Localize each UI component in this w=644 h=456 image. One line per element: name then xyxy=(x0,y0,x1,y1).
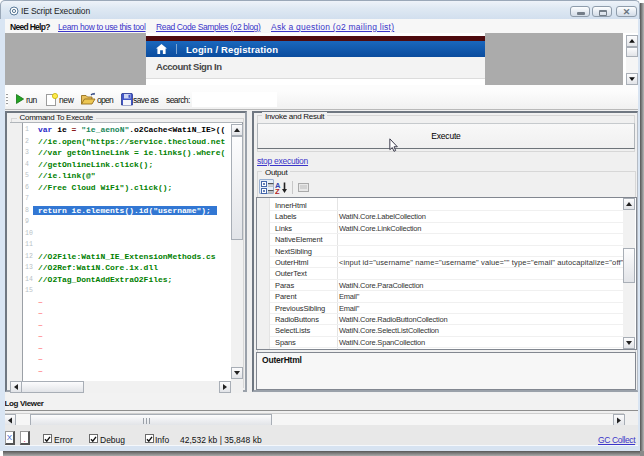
svg-text:Z: Z xyxy=(275,187,280,194)
